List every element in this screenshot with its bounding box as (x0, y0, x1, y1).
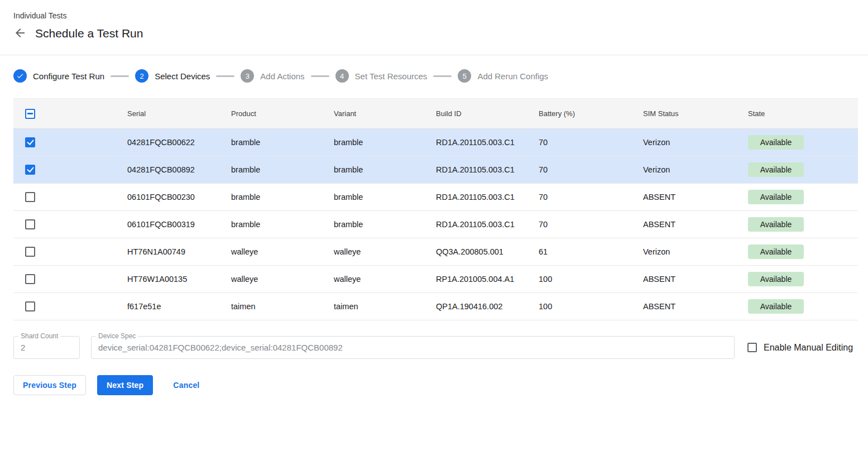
cell-build-id: RD1A.201105.003.C1 (424, 156, 527, 184)
enable-manual-editing-label: Enable Manual Editing (764, 343, 853, 353)
cell-product: bramble (219, 129, 322, 156)
enable-manual-editing-control[interactable]: Enable Manual Editing (747, 343, 853, 353)
row-checkbox[interactable] (25, 247, 35, 257)
state-badge: Available (748, 299, 804, 314)
state-badge: Available (748, 217, 804, 232)
cell-battery: 70 (527, 211, 631, 238)
cell-build-id: RD1A.201105.003.C1 (424, 211, 527, 238)
cell-product: walleye (219, 266, 322, 293)
cell-variant: walleye (322, 238, 424, 266)
column-header-state: State (736, 99, 858, 129)
cell-build-id: RD1A.201105.003.C1 (424, 184, 527, 211)
column-header-variant: Variant (322, 99, 424, 129)
page-title: Schedule a Test Run (35, 27, 143, 40)
cell-sim-status: Verizon (631, 238, 736, 266)
table-row: 04281FQCB00622 bramble bramble RD1A.2011… (13, 129, 858, 156)
cell-product: walleye (219, 238, 322, 266)
cell-variant: walleye (322, 266, 424, 293)
state-badge: Available (748, 190, 804, 204)
cell-battery: 100 (527, 293, 631, 320)
table-row: f617e51e taimen taimen QP1A.190416.002 1… (13, 293, 858, 320)
previous-step-button[interactable]: Previous Step (13, 375, 86, 395)
table-header-row: Serial Product Variant Build ID Battery … (13, 99, 858, 129)
cell-serial: HT76W1A00135 (116, 266, 219, 293)
column-header-battery: Battery (%) (527, 99, 631, 129)
step-select-devices[interactable]: 2 Select Devices (135, 69, 210, 83)
cell-build-id: RP1A.201005.004.A1 (424, 266, 527, 293)
column-header-product: Product (219, 99, 322, 129)
arrow-back-icon (13, 26, 27, 41)
cell-variant: bramble (322, 211, 424, 238)
cell-variant: bramble (322, 129, 424, 156)
state-badge: Available (748, 272, 804, 286)
device-spec-label: Device Spec (96, 332, 138, 340)
row-checkbox[interactable] (25, 274, 35, 284)
device-table-container: Serial Product Variant Build ID Battery … (13, 98, 855, 320)
row-checkbox[interactable] (25, 165, 35, 175)
row-checkbox[interactable] (25, 219, 35, 229)
shard-count-input[interactable] (14, 343, 79, 352)
table-row: HT76N1A00749 walleye walleye QQ3A.200805… (13, 238, 858, 266)
next-step-button[interactable]: Next Step (97, 375, 153, 395)
step-connector (311, 75, 329, 77)
table-row: 06101FQCB00230 bramble bramble RD1A.2011… (13, 184, 858, 211)
cell-serial: f617e51e (116, 293, 219, 320)
cell-variant: bramble (322, 156, 424, 184)
step-completed-check-icon (13, 69, 27, 83)
cancel-button[interactable]: Cancel (164, 375, 208, 395)
cell-battery: 70 (527, 156, 631, 184)
cell-battery: 70 (527, 129, 631, 156)
device-table: Serial Product Variant Build ID Battery … (13, 98, 858, 320)
stepper: Configure Test Run 2 Select Devices 3 Ad… (0, 55, 868, 98)
step-connector (216, 75, 234, 77)
cell-variant: taimen (322, 293, 424, 320)
cell-battery: 70 (527, 184, 631, 211)
cell-build-id: QP1A.190416.002 (424, 293, 527, 320)
cell-battery: 61 (527, 238, 631, 266)
device-spec-field: Device Spec (91, 336, 735, 359)
step-add-rerun-configs[interactable]: 5 Add Rerun Configs (458, 69, 548, 83)
column-header-serial: Serial (116, 99, 219, 129)
cell-serial: HT76N1A00749 (116, 238, 219, 266)
step-label: Add Actions (260, 71, 304, 81)
cell-sim-status: Verizon (631, 129, 736, 156)
table-row: HT76W1A00135 walleye walleye RP1A.201005… (13, 266, 858, 293)
cell-sim-status: Verizon (631, 156, 736, 184)
step-connector (111, 75, 129, 77)
step-set-test-resources[interactable]: 4 Set Test Resources (335, 69, 428, 83)
state-badge: Available (748, 135, 804, 150)
state-badge: Available (748, 244, 804, 259)
select-all-checkbox[interactable] (25, 109, 35, 119)
cell-serial: 06101FQCB00319 (116, 211, 219, 238)
cell-sim-status: ABSENT (631, 211, 736, 238)
step-configure-test-run[interactable]: Configure Test Run (13, 69, 104, 83)
column-header-sim-status: SIM Status (631, 99, 736, 129)
device-spec-form: Shard Count Device Spec Enable Manual Ed… (13, 336, 855, 359)
cell-variant: bramble (322, 184, 424, 211)
cell-product: bramble (219, 184, 322, 211)
step-label: Select Devices (155, 71, 210, 81)
row-checkbox[interactable] (25, 301, 35, 311)
shard-count-field: Shard Count (13, 336, 80, 359)
cell-sim-status: ABSENT (631, 184, 736, 211)
page-header: Individual Tests Schedule a Test Run (0, 0, 868, 55)
step-label: Add Rerun Configs (477, 71, 548, 81)
step-number: 4 (335, 69, 349, 83)
cell-build-id: RD1A.201105.003.C1 (424, 129, 527, 156)
cell-sim-status: ABSENT (631, 266, 736, 293)
row-checkbox[interactable] (25, 137, 35, 147)
back-button[interactable] (13, 27, 27, 40)
cell-serial: 04281FQCB00622 (116, 129, 219, 156)
enable-manual-editing-checkbox[interactable] (747, 343, 757, 352)
table-row: 06101FQCB00319 bramble bramble RD1A.2011… (13, 211, 858, 238)
step-number: 5 (458, 69, 471, 83)
row-checkbox[interactable] (25, 192, 35, 202)
step-label: Configure Test Run (33, 71, 104, 81)
step-add-actions[interactable]: 3 Add Actions (241, 69, 304, 83)
table-row: 04281FQCB00892 bramble bramble RD1A.2011… (13, 156, 858, 184)
device-spec-input[interactable] (92, 343, 734, 352)
step-connector (433, 75, 452, 77)
step-number: 2 (135, 69, 148, 83)
cell-build-id: QQ3A.200805.001 (424, 238, 527, 266)
breadcrumb: Individual Tests (13, 11, 855, 20)
